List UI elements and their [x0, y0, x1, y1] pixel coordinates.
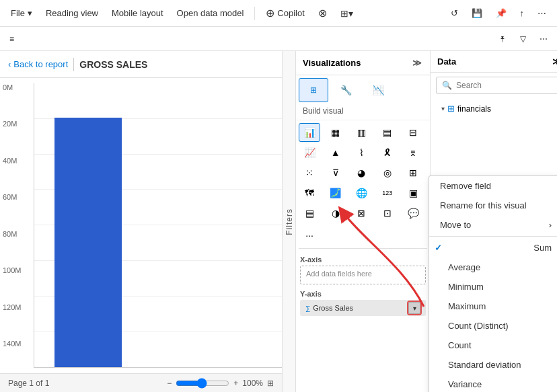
area-btn[interactable]: ▲ [325, 143, 346, 162]
analytics-icon: 📉 [373, 85, 384, 95]
binoculars-btn[interactable]: ⊗ [313, 4, 332, 22]
hamburger-btn[interactable]: ≡ [5, 33, 18, 45]
maximum-item[interactable]: Maximum [429, 297, 557, 316]
stacked-bar-icon2: ⊟ [409, 127, 417, 138]
matrix-btn[interactable]: ⊠ [350, 204, 372, 223]
page-label: Page 1 of 1 [8, 379, 49, 388]
remove-field-item[interactable]: Remove field [429, 176, 557, 196]
more2-btn[interactable]: ⋯ [535, 33, 552, 45]
share-btn[interactable]: ↑ [515, 5, 530, 21]
filter-btn[interactable]: ▽ [516, 33, 530, 45]
financials-row[interactable]: ▾ ⊞ financials [436, 101, 557, 116]
viz-expand-icon[interactable]: ≫ [411, 56, 423, 69]
save-btn[interactable]: 💾 [466, 5, 488, 21]
ribbon-btn[interactable]: 🎗 [377, 143, 398, 162]
open-data-model-btn[interactable]: Open data model [172, 5, 250, 21]
zoom-slider[interactable] [176, 378, 229, 389]
mobile-layout-btn[interactable]: Mobile layout [106, 5, 169, 21]
line-btn[interactable]: 📈 [299, 143, 320, 162]
minimum-item[interactable]: Minimum [429, 277, 557, 297]
grid-icon: ⊞▾ [340, 8, 353, 19]
chart-area[interactable]: 140M 120M 100M 80M 60M 40M 20M 0M [0, 78, 282, 373]
search-input[interactable] [456, 81, 557, 90]
variance-item[interactable]: Variance [429, 375, 557, 392]
build-visual-btn[interactable]: ⊞ [299, 78, 328, 102]
clustered-column-btn[interactable]: 📊 [299, 123, 320, 142]
stacked100-col-btn[interactable]: ▥ [350, 123, 372, 142]
grid-btn[interactable]: ⊞▾ [335, 5, 359, 22]
reading-view-btn[interactable]: Reading view [40, 5, 104, 21]
refresh-icon: ↺ [451, 8, 458, 18]
std-dev-item[interactable]: Standard deviation [429, 355, 557, 375]
azure-map-btn[interactable]: 🌐 [350, 184, 372, 202]
footer-right: − + 100% ⊞ [167, 378, 274, 389]
map-btn[interactable]: 🗺 [299, 184, 320, 202]
gross-sales-bar[interactable] [54, 118, 122, 367]
stacked-col-icon: ▦ [331, 127, 340, 138]
xaxis-label: X-axis [300, 256, 426, 264]
count-distinct-item[interactable]: Count (Distinct) [429, 316, 557, 336]
pie-btn[interactable]: ◕ [350, 163, 372, 182]
minus-zoom-icon[interactable]: − [167, 379, 172, 388]
count-distinct-label: Count (Distinct) [448, 321, 509, 331]
analytics-btn[interactable]: 📉 [363, 78, 393, 102]
waterfall-btn[interactable]: ⌆ [402, 143, 424, 162]
multirow-btn[interactable]: ▤ [299, 204, 320, 223]
treemap-icon2: ⊞ [409, 167, 417, 178]
scatter-btn[interactable]: ⁙ [299, 163, 320, 182]
filled-map-btn[interactable]: 🗾 [325, 184, 346, 202]
data-panel: Data ≫ 🔍 ▾ ⊞ financials Remove field Ren… [431, 51, 557, 392]
card-btn[interactable]: ▣ [402, 184, 424, 202]
azure-map-icon2: 🌐 [356, 188, 367, 198]
sum-label: Sum [533, 243, 552, 253]
donut-btn[interactable]: ◎ [377, 163, 398, 182]
refresh-btn[interactable]: ↺ [445, 5, 463, 21]
line-bar-btn[interactable]: ⌇ [350, 143, 372, 162]
file-menu[interactable]: File ▾ [5, 5, 38, 21]
sum-icon: ∑ [305, 305, 310, 312]
clustered-col-icon: 📊 [304, 127, 315, 138]
pin2-btn[interactable]: 🖈 [494, 33, 511, 45]
clustered-bar-icon2: ▤ [383, 127, 392, 138]
remove-field-label: Remove field [440, 181, 491, 191]
pin-btn[interactable]: 📌 [490, 5, 512, 21]
viz-separator [299, 248, 427, 249]
yaxis-chip[interactable]: ∑ Gross Sales ▾ [300, 300, 426, 316]
gauge-icon2: ◑ [332, 208, 340, 219]
yaxis-field-label: Gross Sales [313, 304, 353, 312]
more-btn[interactable]: ⋯ [532, 5, 552, 21]
funnel-btn[interactable]: ⊽ [325, 163, 346, 182]
data-expand-icon[interactable]: ≫ [552, 56, 557, 67]
format-visual-btn[interactable]: 🔧 [331, 78, 361, 102]
rename-item[interactable]: Rename for this visual [429, 196, 557, 215]
more-icon: ⋯ [537, 8, 546, 18]
plus-zoom-icon[interactable]: + [233, 379, 238, 388]
gauge-btn[interactable]: ◑ [325, 204, 346, 223]
back-to-report-btn[interactable]: ‹ Back to report [8, 59, 68, 69]
reading-view-label: Reading view [46, 8, 98, 18]
sum-item[interactable]: ✓ Sum [429, 238, 557, 258]
stacked-bar-btn[interactable]: ⊟ [402, 123, 424, 142]
build-icon: ⊞ [310, 85, 317, 95]
qa-btn[interactable]: 💬 [402, 204, 424, 223]
filters-panel[interactable]: Filters [283, 51, 296, 392]
copilot-btn[interactable]: ⊕ Copilot [260, 4, 309, 22]
stacked-col-btn[interactable]: ▦ [325, 123, 346, 142]
move-to-item[interactable]: Move to › [429, 215, 557, 235]
donut-icon2: ◎ [383, 167, 392, 178]
waterfall-icon2: ⌆ [409, 147, 417, 158]
treemap-btn[interactable]: ⊞ [402, 163, 424, 182]
more-visuals-btn[interactable]: ... [299, 224, 320, 243]
kpi-btn[interactable]: 123 [377, 184, 398, 202]
clustered-bar-btn[interactable]: ▤ [377, 123, 398, 142]
yaxis-dropdown-btn[interactable]: ▾ [408, 302, 420, 314]
copilot-label: Copilot [277, 8, 304, 18]
xaxis-field-box[interactable]: Add data fields here [300, 266, 426, 284]
copilot-icon: ⊕ [266, 7, 274, 19]
slicer-btn[interactable]: ⊡ [377, 204, 398, 223]
ribbon-icon2: 🎗 [383, 147, 392, 158]
count-item[interactable]: Count [429, 336, 557, 355]
average-item[interactable]: Average [429, 258, 557, 277]
fit-icon[interactable]: ⊞ [267, 379, 274, 388]
std-dev-label: Standard deviation [448, 360, 521, 370]
